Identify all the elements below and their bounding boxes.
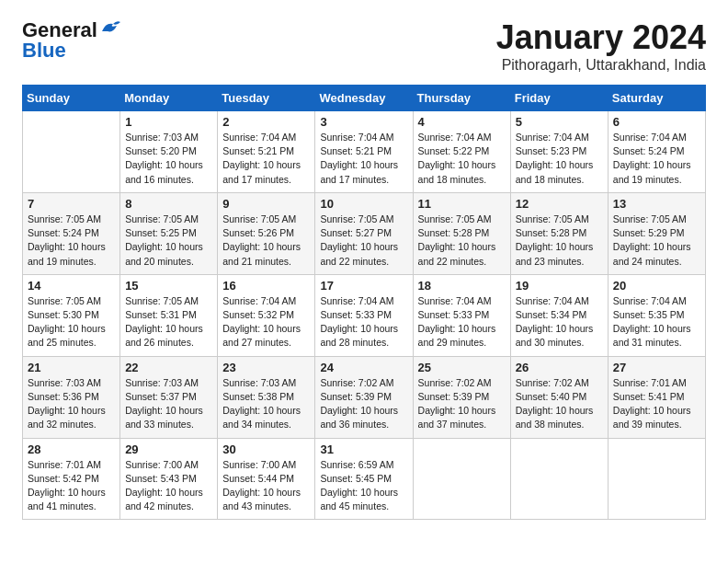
table-row: 5Sunrise: 7:04 AM Sunset: 5:23 PM Daylig… bbox=[510, 111, 608, 193]
day-number: 29 bbox=[125, 442, 212, 456]
week-row-3: 14Sunrise: 7:05 AM Sunset: 5:30 PM Dayli… bbox=[23, 274, 706, 356]
day-info: Sunrise: 7:04 AM Sunset: 5:35 PM Dayligh… bbox=[613, 294, 700, 350]
table-row: 31Sunrise: 6:59 AM Sunset: 5:45 PM Dayli… bbox=[315, 438, 413, 520]
day-info: Sunrise: 7:04 AM Sunset: 5:33 PM Dayligh… bbox=[418, 294, 506, 350]
day-info: Sunrise: 7:03 AM Sunset: 5:20 PM Dayligh… bbox=[125, 131, 212, 187]
day-info: Sunrise: 7:04 AM Sunset: 5:33 PM Dayligh… bbox=[320, 294, 407, 350]
header-friday: Friday bbox=[510, 86, 608, 111]
logo-blue: Blue bbox=[22, 39, 66, 63]
table-row: 2Sunrise: 7:04 AM Sunset: 5:21 PM Daylig… bbox=[218, 111, 315, 193]
day-number: 17 bbox=[320, 279, 407, 293]
table-row: 8Sunrise: 7:05 AM Sunset: 5:25 PM Daylig… bbox=[120, 192, 218, 274]
day-number: 16 bbox=[222, 279, 310, 293]
day-number: 15 bbox=[125, 279, 212, 293]
table-row: 20Sunrise: 7:04 AM Sunset: 5:35 PM Dayli… bbox=[608, 274, 705, 356]
day-header-row: Sunday Monday Tuesday Wednesday Thursday… bbox=[23, 86, 706, 111]
table-row: 27Sunrise: 7:01 AM Sunset: 5:41 PM Dayli… bbox=[608, 356, 705, 438]
day-info: Sunrise: 7:05 AM Sunset: 5:27 PM Dayligh… bbox=[320, 213, 407, 269]
day-info: Sunrise: 7:02 AM Sunset: 5:40 PM Dayligh… bbox=[516, 376, 603, 432]
table-row: 24Sunrise: 7:02 AM Sunset: 5:39 PM Dayli… bbox=[315, 356, 413, 438]
day-info: Sunrise: 7:05 AM Sunset: 5:24 PM Dayligh… bbox=[28, 213, 115, 269]
day-info: Sunrise: 7:03 AM Sunset: 5:37 PM Dayligh… bbox=[125, 376, 212, 432]
day-info: Sunrise: 7:04 AM Sunset: 5:24 PM Dayligh… bbox=[613, 131, 700, 187]
table-row: 9Sunrise: 7:05 AM Sunset: 5:26 PM Daylig… bbox=[218, 192, 315, 274]
table-row: 22Sunrise: 7:03 AM Sunset: 5:37 PM Dayli… bbox=[120, 356, 218, 438]
table-row: 25Sunrise: 7:02 AM Sunset: 5:39 PM Dayli… bbox=[413, 356, 510, 438]
day-number: 1 bbox=[125, 115, 212, 129]
table-row: 1Sunrise: 7:03 AM Sunset: 5:20 PM Daylig… bbox=[120, 111, 218, 193]
day-number: 26 bbox=[516, 361, 603, 374]
day-info: Sunrise: 7:05 AM Sunset: 5:29 PM Dayligh… bbox=[613, 213, 700, 269]
day-number: 22 bbox=[125, 361, 212, 374]
day-info: Sunrise: 7:03 AM Sunset: 5:38 PM Dayligh… bbox=[222, 376, 310, 432]
day-info: Sunrise: 7:05 AM Sunset: 5:30 PM Dayligh… bbox=[28, 294, 115, 350]
day-number: 20 bbox=[613, 279, 700, 293]
header-tuesday: Tuesday bbox=[218, 86, 315, 111]
day-number: 12 bbox=[516, 197, 603, 211]
day-number: 30 bbox=[222, 442, 310, 456]
location: Pithoragarh, Uttarakhand, India bbox=[496, 57, 706, 74]
day-info: Sunrise: 7:00 AM Sunset: 5:43 PM Dayligh… bbox=[125, 458, 212, 514]
day-info: Sunrise: 7:05 AM Sunset: 5:26 PM Dayligh… bbox=[222, 213, 310, 269]
day-number: 2 bbox=[222, 115, 310, 129]
table-row: 14Sunrise: 7:05 AM Sunset: 5:30 PM Dayli… bbox=[23, 274, 120, 356]
day-number: 24 bbox=[320, 361, 407, 374]
day-number: 31 bbox=[320, 442, 407, 456]
day-info: Sunrise: 7:02 AM Sunset: 5:39 PM Dayligh… bbox=[418, 376, 506, 432]
table-row: 30Sunrise: 7:00 AM Sunset: 5:44 PM Dayli… bbox=[218, 438, 315, 520]
logo: General Blue bbox=[22, 18, 120, 63]
day-number: 11 bbox=[418, 197, 506, 211]
day-number: 10 bbox=[320, 197, 407, 211]
day-number: 8 bbox=[125, 197, 212, 211]
table-row: 19Sunrise: 7:04 AM Sunset: 5:34 PM Dayli… bbox=[510, 274, 608, 356]
table-row: 15Sunrise: 7:05 AM Sunset: 5:31 PM Dayli… bbox=[120, 274, 218, 356]
day-number: 19 bbox=[516, 279, 603, 293]
table-row: 26Sunrise: 7:02 AM Sunset: 5:40 PM Dayli… bbox=[510, 356, 608, 438]
table-row: 3Sunrise: 7:04 AM Sunset: 5:21 PM Daylig… bbox=[315, 111, 413, 193]
day-number: 23 bbox=[222, 361, 310, 374]
day-info: Sunrise: 7:05 AM Sunset: 5:31 PM Dayligh… bbox=[125, 294, 212, 350]
day-number: 5 bbox=[516, 115, 603, 129]
day-info: Sunrise: 7:04 AM Sunset: 5:21 PM Dayligh… bbox=[222, 131, 310, 187]
day-info: Sunrise: 7:02 AM Sunset: 5:39 PM Dayligh… bbox=[320, 376, 407, 432]
table-row: 6Sunrise: 7:04 AM Sunset: 5:24 PM Daylig… bbox=[608, 111, 705, 193]
table-row: 4Sunrise: 7:04 AM Sunset: 5:22 PM Daylig… bbox=[413, 111, 510, 193]
table-row: 28Sunrise: 7:01 AM Sunset: 5:42 PM Dayli… bbox=[23, 438, 120, 520]
day-info: Sunrise: 7:03 AM Sunset: 5:36 PM Dayligh… bbox=[28, 376, 115, 432]
table-row: 7Sunrise: 7:05 AM Sunset: 5:24 PM Daylig… bbox=[23, 192, 120, 274]
day-info: Sunrise: 6:59 AM Sunset: 5:45 PM Dayligh… bbox=[320, 458, 407, 514]
day-number: 28 bbox=[28, 442, 115, 456]
table-row: 29Sunrise: 7:00 AM Sunset: 5:43 PM Dayli… bbox=[120, 438, 218, 520]
day-number: 21 bbox=[28, 361, 115, 374]
day-number: 25 bbox=[418, 361, 506, 374]
day-number: 27 bbox=[613, 361, 700, 374]
table-row: 16Sunrise: 7:04 AM Sunset: 5:32 PM Dayli… bbox=[218, 274, 315, 356]
logo-bird-icon bbox=[100, 20, 120, 35]
day-info: Sunrise: 7:04 AM Sunset: 5:23 PM Dayligh… bbox=[516, 131, 603, 187]
week-row-2: 7Sunrise: 7:05 AM Sunset: 5:24 PM Daylig… bbox=[23, 192, 706, 274]
day-info: Sunrise: 7:05 AM Sunset: 5:28 PM Dayligh… bbox=[516, 213, 603, 269]
header-sunday: Sunday bbox=[23, 86, 120, 111]
day-number: 3 bbox=[320, 115, 407, 129]
table-row: 13Sunrise: 7:05 AM Sunset: 5:29 PM Dayli… bbox=[608, 192, 705, 274]
day-info: Sunrise: 7:04 AM Sunset: 5:32 PM Dayligh… bbox=[222, 294, 310, 350]
table-row: 10Sunrise: 7:05 AM Sunset: 5:27 PM Dayli… bbox=[315, 192, 413, 274]
table-row: 18Sunrise: 7:04 AM Sunset: 5:33 PM Dayli… bbox=[413, 274, 510, 356]
day-info: Sunrise: 7:04 AM Sunset: 5:21 PM Dayligh… bbox=[320, 131, 407, 187]
week-row-4: 21Sunrise: 7:03 AM Sunset: 5:36 PM Dayli… bbox=[23, 356, 706, 438]
title-block: January 2024 Pithoragarh, Uttarakhand, I… bbox=[496, 18, 706, 74]
table-row bbox=[23, 111, 120, 193]
day-info: Sunrise: 7:00 AM Sunset: 5:44 PM Dayligh… bbox=[222, 458, 310, 514]
day-number: 9 bbox=[222, 197, 310, 211]
header-thursday: Thursday bbox=[413, 86, 510, 111]
day-info: Sunrise: 7:01 AM Sunset: 5:41 PM Dayligh… bbox=[613, 376, 700, 432]
day-number: 7 bbox=[28, 197, 115, 211]
day-number: 18 bbox=[418, 279, 506, 293]
day-info: Sunrise: 7:04 AM Sunset: 5:22 PM Dayligh… bbox=[418, 131, 506, 187]
table-row bbox=[510, 438, 608, 520]
header-saturday: Saturday bbox=[608, 86, 705, 111]
table-row: 23Sunrise: 7:03 AM Sunset: 5:38 PM Dayli… bbox=[218, 356, 315, 438]
day-number: 6 bbox=[613, 115, 700, 129]
day-info: Sunrise: 7:04 AM Sunset: 5:34 PM Dayligh… bbox=[516, 294, 603, 350]
table-row bbox=[608, 438, 705, 520]
